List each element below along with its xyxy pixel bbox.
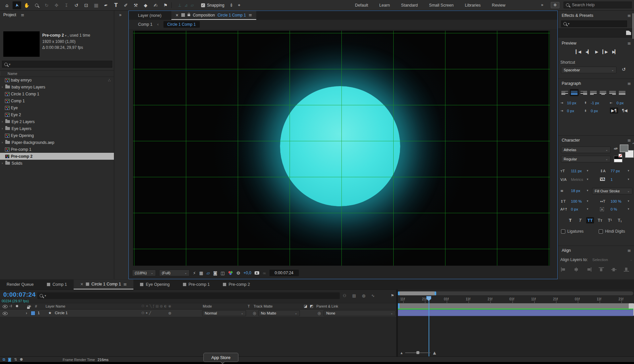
timeline-navigator-track[interactable]: [398, 291, 633, 295]
comp-marker-button[interactable]: ⚑: [391, 293, 394, 298]
project-item[interactable]: Comp 1: [0, 97, 114, 104]
local-axis-mode-icon[interactable]: ⊥: [178, 3, 181, 8]
folder-chevron-icon[interactable]: ›: [0, 85, 5, 89]
parent-link-dropdown[interactable]: None⌄: [324, 310, 396, 316]
faux-bold-button[interactable]: T: [566, 217, 574, 223]
project-item[interactable]: Eye 2: [0, 111, 114, 118]
tab-layer-viewer[interactable]: Layer (none): [129, 11, 171, 20]
user-icon[interactable]: ⚉: [20, 357, 23, 362]
chevron-down-icon[interactable]: ▾: [65, 34, 67, 37]
project-name-column-header[interactable]: Name: [0, 70, 114, 77]
layer-name[interactable]: Circle 1: [55, 311, 68, 315]
stroke-style-dropdown[interactable]: Fill Over Stroke⌄: [592, 188, 632, 194]
time-ruler[interactable]: 11f21f01f11f21f01f11f21f01f11f21f: [398, 296, 634, 304]
project-item[interactable]: baby emryo∴: [0, 77, 114, 83]
composition-shy-toggle-icon[interactable]: ⚇: [343, 293, 346, 298]
panel-menu-icon[interactable]: ≡: [627, 248, 631, 253]
timeline-tab-render-queue[interactable]: Render Queue: [0, 280, 40, 289]
zoom-tool[interactable]: [32, 1, 41, 9]
workspace-review[interactable]: Review: [486, 3, 511, 8]
space-after-value[interactable]: 0 px: [591, 109, 598, 113]
justify-all-button[interactable]: [618, 89, 626, 96]
render-multiple-frames-icon[interactable]: ⧉: [3, 357, 5, 362]
dolly-camera-tool[interactable]: ↧: [62, 1, 71, 9]
project-item[interactable]: Circle 1 Comp 1: [0, 90, 114, 97]
magnification-dropdown[interactable]: (118%)⌄: [132, 270, 156, 276]
panel-menu-icon[interactable]: ≡: [627, 81, 631, 86]
panel-menu-icon[interactable]: ≡: [627, 13, 631, 18]
tab-composition-viewer[interactable]: × Composition Circle 1 Comp 1 ≡: [171, 11, 256, 20]
superscript-button[interactable]: T¹: [606, 217, 614, 223]
play-button[interactable]: ▶: [595, 50, 597, 54]
align-horizontal-left-button[interactable]: [561, 267, 566, 272]
faux-italic-button[interactable]: T: [576, 217, 584, 223]
project-item[interactable]: ›baby emryo Layers: [0, 83, 114, 90]
exposure-reset-icon[interactable]: ❂: [236, 271, 240, 276]
parent-pickwhip-icon[interactable]: ◎: [318, 311, 321, 315]
caret-icon[interactable]: ▾: [628, 207, 629, 211]
tsume-value[interactable]: 0 %: [611, 207, 617, 211]
panel-menu-icon[interactable]: ≡: [627, 138, 631, 143]
layer-expand-chevron-icon[interactable]: ›: [26, 311, 27, 315]
subscript-button[interactable]: T₁: [616, 217, 624, 223]
blend-mode-dropdown[interactable]: Normal⌄: [202, 310, 246, 316]
region-of-interest-icon[interactable]: ◙: [213, 271, 217, 276]
align-layers-value[interactable]: Selection: [592, 258, 608, 262]
hindi-digits-checkbox[interactable]: [599, 229, 603, 234]
justify-last-right-button[interactable]: [608, 89, 617, 96]
expand-panel-icon[interactable]: »: [119, 12, 122, 17]
all-caps-button[interactable]: TT: [586, 217, 594, 223]
workspace-learn[interactable]: Learn: [374, 3, 396, 8]
previous-frame-button[interactable]: ◀▎: [585, 50, 590, 54]
folder-chevron-icon[interactable]: ›: [0, 161, 5, 165]
first-frame-button[interactable]: ▎◀: [576, 50, 580, 54]
layer-row[interactable]: › 1 ★ Circle 1 ⚇✦╱ ◍ Normal⌄ ◎ No Matte⌄…: [0, 310, 396, 317]
caret-icon[interactable]: ⌄: [630, 258, 632, 261]
caret-icon[interactable]: ▾: [628, 199, 629, 203]
snap-bounds-icon[interactable]: ⌖: [238, 3, 240, 8]
leading-value[interactable]: 77 px: [611, 169, 620, 173]
project-item[interactable]: ›Eye 2 Layers: [0, 118, 114, 125]
timeline-tab-eye-opening[interactable]: Eye Opening: [133, 280, 176, 289]
eyedropper-icon[interactable]: ✐: [613, 145, 619, 152]
gpu-status-icon[interactable]: ◙: [8, 357, 12, 362]
eraser-tool[interactable]: ◆: [141, 1, 150, 9]
kerning-value[interactable]: Metrics: [571, 178, 583, 182]
channel-settings-icon[interactable]: [228, 271, 233, 275]
pan-behind-tool[interactable]: ⊡: [82, 1, 90, 9]
orbit-camera-tool[interactable]: ↻: [42, 1, 51, 9]
timeline-search-input[interactable]: ▾: [37, 292, 340, 299]
breadcrumb-parent[interactable]: Comp 1: [138, 22, 153, 27]
caret-icon[interactable]: ▾: [628, 169, 629, 172]
close-tab-icon[interactable]: ×: [175, 13, 179, 17]
mask-visibility-icon[interactable]: ▱: [206, 271, 210, 276]
stroke-width-value[interactable]: 18 px: [571, 189, 580, 193]
indent-left-value[interactable]: 10 px: [567, 101, 576, 105]
unlocked-icon[interactable]: [188, 14, 190, 16]
zoom-slider-handle[interactable]: [416, 351, 419, 354]
hand-tool[interactable]: ✋: [22, 1, 31, 9]
next-frame-button[interactable]: ▎▶: [603, 50, 607, 54]
composition-viewport[interactable]: [133, 31, 550, 266]
guides-options-icon[interactable]: ◫: [221, 271, 225, 276]
panel-menu-icon[interactable]: ≡: [21, 13, 24, 17]
ltr-paragraph-button[interactable]: ▶¶: [610, 108, 618, 114]
folder-chevron-icon[interactable]: ›: [0, 126, 5, 131]
workspace-libraries[interactable]: Libraries: [459, 3, 486, 8]
layer-label-color[interactable]: [31, 311, 35, 315]
new-preset-icon[interactable]: [626, 31, 631, 35]
folder-chevron-icon[interactable]: ›: [0, 140, 5, 145]
layer-duration-bar[interactable]: [398, 310, 633, 316]
project-item[interactable]: Pre-comp 1: [0, 146, 114, 153]
view-axis-mode-icon[interactable]: ▱: [191, 3, 194, 8]
horizontal-scale-value[interactable]: 100 %: [611, 199, 621, 203]
show-snapshot-icon[interactable]: ∞: [263, 271, 266, 276]
first-line-indent-value[interactable]: 0 px: [567, 109, 574, 113]
snapping-checkbox[interactable]: ✓: [201, 3, 205, 7]
snap-angle-icon[interactable]: ✐: [229, 2, 235, 8]
roto-brush-tool[interactable]: ✍: [151, 1, 160, 9]
reset-icon[interactable]: ↺: [622, 67, 626, 72]
align-center-button[interactable]: [570, 89, 579, 96]
indent-right-value[interactable]: 0 px: [616, 101, 624, 105]
vertical-scale-value[interactable]: 100 %: [571, 199, 582, 203]
